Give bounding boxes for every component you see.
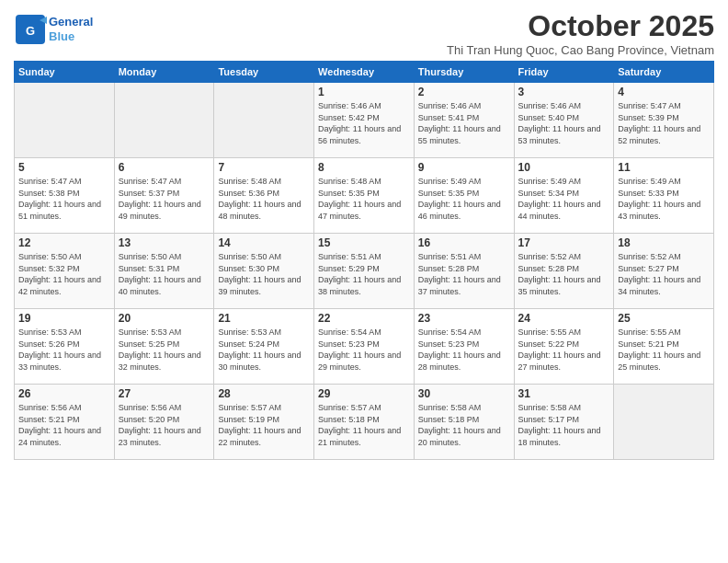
table-row: 1 Sunrise: 5:46 AM Sunset: 5:42 PM Dayli… [314,83,415,158]
day-number: 5 [18,161,110,174]
sunset-text: Sunset: 5:22 PM [518,339,610,350]
sunset-text: Sunset: 5:37 PM [119,188,210,200]
sunset-text: Sunset: 5:27 PM [618,263,710,275]
table-row: 15 Sunrise: 5:51 AM Sunset: 5:29 PM Dayl… [314,234,415,309]
daylight-text: Daylight: 11 hours and 38 minutes. [318,274,410,297]
table-row: 14 Sunrise: 5:50 AM Sunset: 5:30 PM Dayl… [214,234,314,309]
day-info: Sunrise: 5:56 AM Sunset: 5:21 PM Dayligh… [18,402,110,448]
day-info: Sunrise: 5:49 AM Sunset: 5:34 PM Dayligh… [518,176,610,222]
logo: G General Blue [14,9,93,46]
daylight-text: Daylight: 11 hours and 52 minutes. [618,123,710,146]
day-info: Sunrise: 5:47 AM Sunset: 5:37 PM Dayligh… [119,176,210,222]
day-info: Sunrise: 5:53 AM Sunset: 5:26 PM Dayligh… [18,327,110,373]
day-info: Sunrise: 5:46 AM Sunset: 5:40 PM Dayligh… [518,100,610,146]
sunrise-text: Sunrise: 5:48 AM [218,176,310,188]
sunset-text: Sunset: 5:35 PM [318,188,410,200]
day-number: 28 [218,387,310,400]
day-number: 13 [119,236,210,249]
sunset-text: Sunset: 5:24 PM [218,339,310,350]
day-info: Sunrise: 5:46 AM Sunset: 5:42 PM Dayligh… [318,100,410,146]
daylight-text: Daylight: 11 hours and 51 minutes. [18,199,110,222]
sunrise-text: Sunrise: 5:49 AM [518,176,610,188]
day-info: Sunrise: 5:53 AM Sunset: 5:25 PM Dayligh… [119,327,210,373]
daylight-text: Daylight: 11 hours and 42 minutes. [18,274,110,297]
sunset-text: Sunset: 5:18 PM [318,414,410,426]
sunrise-text: Sunrise: 5:49 AM [418,176,510,188]
day-info: Sunrise: 5:50 AM Sunset: 5:31 PM Dayligh… [119,251,210,297]
day-number: 29 [318,387,410,400]
calendar-table: Sunday Monday Tuesday Wednesday Thursday… [14,61,714,460]
table-row: 9 Sunrise: 5:49 AM Sunset: 5:35 PM Dayli… [414,158,514,234]
header-friday: Friday [514,62,614,83]
sunrise-text: Sunrise: 5:50 AM [119,251,210,263]
table-row: 16 Sunrise: 5:51 AM Sunset: 5:28 PM Dayl… [414,234,514,309]
day-number: 9 [418,161,510,174]
day-info: Sunrise: 5:58 AM Sunset: 5:18 PM Dayligh… [418,402,510,448]
title-section: October 2025 Thi Tran Hung Quoc, Cao Ban… [447,9,714,57]
day-info: Sunrise: 5:57 AM Sunset: 5:18 PM Dayligh… [318,402,410,448]
table-row: 30 Sunrise: 5:58 AM Sunset: 5:18 PM Dayl… [414,385,514,460]
day-info: Sunrise: 5:51 AM Sunset: 5:29 PM Dayligh… [318,251,410,297]
logo-icon: G [14,13,47,46]
daylight-text: Daylight: 11 hours and 40 minutes. [119,274,210,297]
daylight-text: Daylight: 11 hours and 27 minutes. [518,350,610,373]
day-info: Sunrise: 5:47 AM Sunset: 5:38 PM Dayligh… [18,176,110,222]
day-number: 17 [518,236,610,249]
sunrise-text: Sunrise: 5:50 AM [218,251,310,263]
day-number: 22 [318,312,410,325]
sunset-text: Sunset: 5:36 PM [218,188,310,200]
day-number: 25 [618,312,710,325]
table-row [15,83,115,158]
day-info: Sunrise: 5:48 AM Sunset: 5:35 PM Dayligh… [318,176,410,222]
day-info: Sunrise: 5:51 AM Sunset: 5:28 PM Dayligh… [418,251,510,297]
logo-text-general: General [49,15,93,29]
day-number: 6 [119,161,210,174]
table-row: 13 Sunrise: 5:50 AM Sunset: 5:31 PM Dayl… [114,234,214,309]
daylight-text: Daylight: 11 hours and 25 minutes. [618,350,710,373]
day-number: 14 [218,236,310,249]
day-number: 15 [318,236,410,249]
daylight-text: Daylight: 11 hours and 30 minutes. [218,350,310,373]
daylight-text: Daylight: 11 hours and 23 minutes. [119,425,210,448]
sunset-text: Sunset: 5:18 PM [418,414,510,426]
day-info: Sunrise: 5:55 AM Sunset: 5:22 PM Dayligh… [518,327,610,373]
day-number: 27 [119,387,210,400]
day-number: 8 [318,161,410,174]
table-row: 6 Sunrise: 5:47 AM Sunset: 5:37 PM Dayli… [114,158,214,234]
calendar-week-row: 26 Sunrise: 5:56 AM Sunset: 5:21 PM Dayl… [15,385,714,460]
sunset-text: Sunset: 5:17 PM [518,414,610,426]
calendar-subtitle: Thi Tran Hung Quoc, Cao Bang Province, V… [447,43,714,57]
table-row: 12 Sunrise: 5:50 AM Sunset: 5:32 PM Dayl… [15,234,115,309]
calendar-week-row: 12 Sunrise: 5:50 AM Sunset: 5:32 PM Dayl… [15,234,714,309]
day-info: Sunrise: 5:52 AM Sunset: 5:27 PM Dayligh… [618,251,710,297]
table-row: 27 Sunrise: 5:56 AM Sunset: 5:20 PM Dayl… [114,385,214,460]
table-row: 3 Sunrise: 5:46 AM Sunset: 5:40 PM Dayli… [514,83,614,158]
header-monday: Monday [114,62,214,83]
table-row: 7 Sunrise: 5:48 AM Sunset: 5:36 PM Dayli… [214,158,314,234]
daylight-text: Daylight: 11 hours and 44 minutes. [518,199,610,222]
sunrise-text: Sunrise: 5:57 AM [218,402,310,414]
table-row: 18 Sunrise: 5:52 AM Sunset: 5:27 PM Dayl… [614,234,714,309]
weekday-header-row: Sunday Monday Tuesday Wednesday Thursday… [15,62,714,83]
sunrise-text: Sunrise: 5:58 AM [518,402,610,414]
sunset-text: Sunset: 5:26 PM [18,339,110,350]
day-number: 26 [18,387,110,400]
table-row: 17 Sunrise: 5:52 AM Sunset: 5:28 PM Dayl… [514,234,614,309]
table-row: 31 Sunrise: 5:58 AM Sunset: 5:17 PM Dayl… [514,385,614,460]
day-number: 11 [618,161,710,174]
sunrise-text: Sunrise: 5:56 AM [119,402,210,414]
day-info: Sunrise: 5:50 AM Sunset: 5:32 PM Dayligh… [18,251,110,297]
sunrise-text: Sunrise: 5:55 AM [518,327,610,339]
sunset-text: Sunset: 5:35 PM [418,188,510,200]
day-number: 24 [518,312,610,325]
day-number: 18 [618,236,710,249]
day-number: 30 [418,387,510,400]
day-number: 31 [518,387,610,400]
daylight-text: Daylight: 11 hours and 21 minutes. [318,425,410,448]
day-number: 4 [618,86,710,98]
table-row: 28 Sunrise: 5:57 AM Sunset: 5:19 PM Dayl… [214,385,314,460]
table-row: 11 Sunrise: 5:49 AM Sunset: 5:33 PM Dayl… [614,158,714,234]
sunrise-text: Sunrise: 5:49 AM [618,176,710,188]
table-row [214,83,314,158]
day-number: 16 [418,236,510,249]
